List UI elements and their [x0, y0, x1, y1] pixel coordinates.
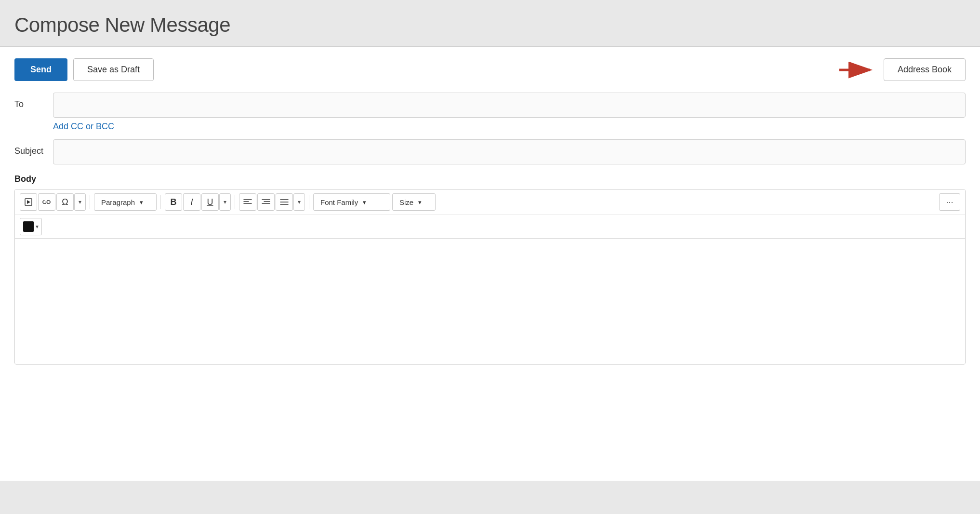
- more-options-button[interactable]: ···: [939, 193, 960, 211]
- link-button[interactable]: [38, 193, 55, 211]
- address-book-button[interactable]: Address Book: [884, 58, 966, 81]
- page-header: Compose New Message: [0, 0, 980, 47]
- subject-label: Subject: [14, 139, 53, 156]
- indent-button[interactable]: [257, 193, 275, 211]
- media-button[interactable]: [20, 193, 37, 211]
- compose-area: Send Save as Draft Address Book To Add: [0, 47, 980, 481]
- format-dropdown[interactable]: ▾: [219, 193, 231, 211]
- align-left-button[interactable]: [239, 193, 256, 211]
- send-button[interactable]: Send: [14, 58, 67, 81]
- subject-row: Subject: [14, 139, 966, 164]
- italic-button[interactable]: I: [183, 193, 200, 211]
- page-title: Compose New Message: [14, 14, 966, 37]
- font-family-chevron-icon: ▾: [363, 199, 366, 206]
- bold-button[interactable]: B: [165, 193, 182, 211]
- list-dropdown[interactable]: ▾: [293, 193, 305, 211]
- font-family-dropdown[interactable]: Font Family ▾: [313, 193, 390, 211]
- svg-marker-3: [27, 200, 30, 204]
- editor-container: Ω ▾ Paragraph ▾ B I U ▾: [14, 189, 966, 365]
- color-swatch: [23, 221, 34, 232]
- omega-button[interactable]: Ω: [56, 193, 74, 211]
- save-draft-button[interactable]: Save as Draft: [73, 58, 154, 81]
- editor-body[interactable]: [15, 239, 965, 364]
- paragraph-chevron-icon: ▾: [140, 199, 143, 206]
- underline-button[interactable]: U: [201, 193, 219, 211]
- action-toolbar: Send Save as Draft Address Book: [14, 58, 966, 81]
- body-label: Body: [14, 174, 966, 184]
- paragraph-dropdown[interactable]: Paragraph ▾: [94, 193, 157, 211]
- add-cc-bcc-link[interactable]: Add CC or BCC: [53, 122, 114, 132]
- size-chevron-icon: ▾: [418, 199, 422, 206]
- size-dropdown[interactable]: Size ▾: [392, 193, 436, 211]
- editor-toolbar: Ω ▾ Paragraph ▾ B I U ▾: [15, 189, 965, 215]
- subject-input[interactable]: [53, 139, 966, 164]
- font-family-label: Font Family: [320, 198, 358, 206]
- to-row: To: [14, 93, 966, 118]
- paragraph-label: Paragraph: [101, 198, 135, 206]
- toolbar-dropdown-1[interactable]: ▾: [74, 193, 86, 211]
- color-swatch-button[interactable]: ▾: [20, 218, 42, 235]
- to-label: To: [14, 93, 53, 109]
- color-toolbar-row: ▾: [15, 215, 965, 239]
- size-label: Size: [399, 198, 413, 206]
- color-dropdown-icon: ▾: [36, 223, 39, 230]
- to-input[interactable]: [53, 93, 966, 118]
- arrow-right-icon: [837, 61, 876, 79]
- list-button[interactable]: [276, 193, 293, 211]
